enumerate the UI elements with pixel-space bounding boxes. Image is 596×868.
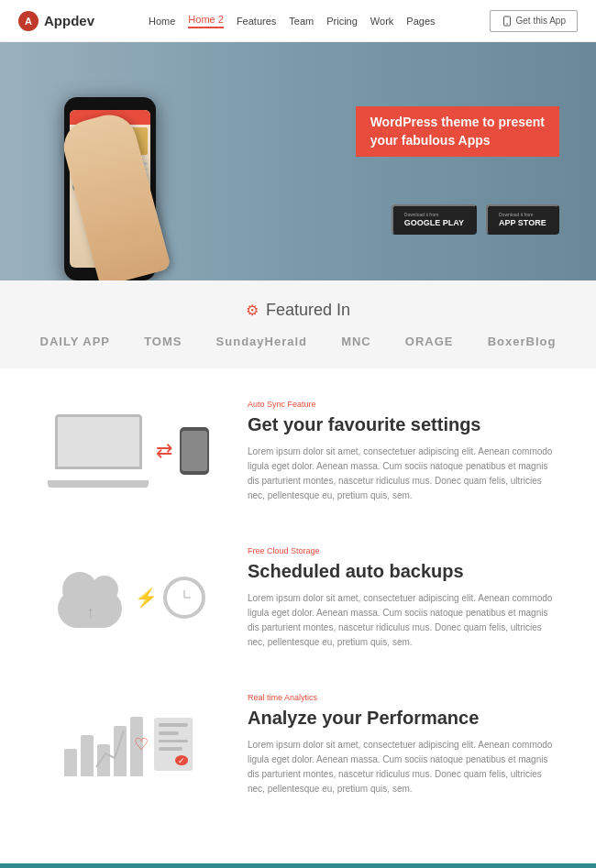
nav-link-work[interactable]: Work [370,16,393,27]
featured-logo-1: TOMS [144,335,182,348]
feature-2-title: Scheduled auto backups [248,561,559,582]
featured-logo-2: SundayHerald [216,335,307,348]
feature-1-tag: Auto Sync Feature [248,400,559,409]
feature-1-text: Auto Sync Feature Get your favourite set… [248,400,559,503]
small-phone-illustration [180,427,209,475]
feature-3-tag: Real time Analytics [248,693,559,702]
feature-1-title: Get your favourite settings [248,414,559,435]
feature-row-1: ⇄ Auto Sync Feature Get your favourite s… [37,396,559,506]
featured-icon: ⚙ [246,302,259,319]
cta-label: Get this App [516,16,566,26]
google-play-label: Download it from [404,212,439,217]
feature-3-title: Analyze your Performance [248,708,559,729]
google-play-name: GOOGLE PLAY [404,218,464,227]
lightning-icon: ⚡ [135,587,158,609]
feature-1-desc: Lorem ipsum dolor sit amet, consectetuer… [248,445,559,503]
app-store-name: APP STORE [499,218,546,227]
nav-link-home[interactable]: Home [149,16,175,27]
google-play-button[interactable]: Download it from GOOGLE PLAY [392,204,477,235]
feature-2-tag: Free Cloud Storage [248,546,559,555]
nav-logo: A Appdev [18,11,94,31]
clock-illustration [163,577,205,619]
featured-logos: DAILY APP TOMS SundayHerald MNC ORAGE Bo… [28,335,568,348]
feature-3-illustration: ♡ ✓ [37,689,220,799]
featured-title: ⚙ Featured In [28,301,568,320]
mobile-icon [502,16,513,27]
feature-3-desc: Lorem ipsum dolor sit amet, consectetuer… [248,738,559,797]
nav-link-pages[interactable]: Pages [406,16,435,27]
featured-logo-3: MNC [341,335,371,348]
nav-link-team[interactable]: Team [289,16,314,27]
svg-point-1 [506,23,508,25]
hero-line2: your fabulous Apps [370,132,545,150]
feature-3-text: Real time Analytics Analyze your Perform… [248,693,559,797]
get-app-button[interactable]: Get this App [490,10,578,32]
heartbeat-icon: ♡ [134,734,149,754]
nav-links: Home Home 2 Features Team Pricing Work P… [149,14,436,28]
trend-line [92,712,128,776]
hero-text: WordPress theme to present your fabulous… [356,106,559,157]
feature-row-3: ♡ ✓ Real time Analytics Analyze your Per… [37,689,559,799]
feature-row-2: Free Cloud Storage Scheduled auto backup… [37,543,559,653]
hero-phone [55,70,165,280]
feature-2-desc: Lorem ipsum dolor sit amet, consectetuer… [248,591,559,650]
app-store-label: Download it from [499,212,534,217]
navbar: A Appdev Home Home 2 Features Team Prici… [0,0,596,42]
featured-logo-0: DAILY APP [40,335,110,348]
cloud-illustration: ↑ [51,568,129,628]
checklist-illustration: ✓ [154,718,193,771]
nav-link-features[interactable]: Features [237,16,276,27]
sync-arrow-icon: ⇄ [156,439,172,463]
teal-section: Your Video Some Feature CARRIER 6:00 AM … [0,863,596,868]
feature-2-illustration: ↑ ⚡ [37,543,220,653]
nav-link-home2[interactable]: Home 2 [188,14,224,28]
featured-logo-5: BoxerBlog [488,335,557,348]
logo-icon: A [18,11,39,31]
laptop-illustration [48,414,149,488]
featured-section: ⚙ Featured In DAILY APP TOMS SundayHeral… [0,280,596,368]
nav-link-pricing[interactable]: Pricing [326,16,358,27]
featured-logo-4: ORAGE [405,335,454,348]
hero-store-buttons: Download it from GOOGLE PLAY Download it… [392,204,559,235]
hero-line1: WordPress theme to present [370,114,545,132]
bar-chart-illustration [64,712,128,776]
feature-1-illustration: ⇄ [37,396,220,506]
feature-2-text: Free Cloud Storage Scheduled auto backup… [248,546,559,650]
logo-text: Appdev [44,13,94,28]
features-section: ⇄ Auto Sync Feature Get your favourite s… [0,368,596,863]
app-store-button[interactable]: Download it from APP STORE [486,204,559,235]
hero-section: WordPress theme to present your fabulous… [0,42,596,280]
hero-headline: WordPress theme to present your fabulous… [356,106,559,157]
featured-title-text: Featured In [266,301,350,320]
